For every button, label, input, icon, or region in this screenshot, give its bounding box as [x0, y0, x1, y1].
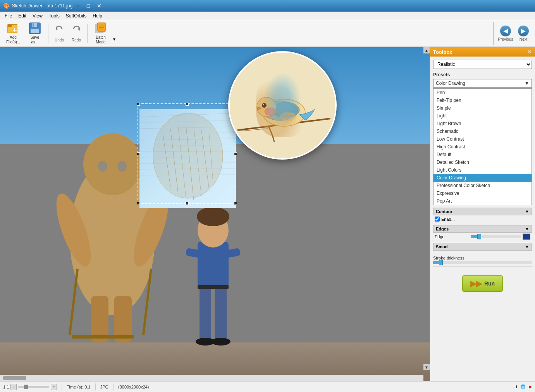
redo-button[interactable]: Redo — [69, 22, 84, 45]
style-dropdown[interactable]: Realistic — [433, 60, 532, 69]
save-button[interactable]: Saveas... — [25, 22, 45, 45]
svg-rect-26 — [72, 335, 134, 339]
smud-collapse-icon: ▼ — [525, 244, 529, 249]
preset-item-pen[interactable]: Pen — [434, 89, 532, 96]
toolbox-close-button[interactable]: ✕ — [527, 49, 532, 55]
menu-file[interactable]: File — [2, 12, 15, 19]
svg-marker-9 — [77, 28, 80, 31]
time-text: Time (s): 0.1 — [67, 385, 90, 389]
edge-slider-thumb[interactable] — [477, 234, 481, 239]
preset-item-professional[interactable]: Professional Color Sketch — [434, 182, 532, 189]
batch-mode-dropdown-arrow[interactable]: ▼ — [112, 22, 118, 45]
preset-item-felt-tip[interactable]: Felt-Tip pen — [434, 96, 532, 104]
smud-section-header[interactable]: Smud ▼ — [433, 243, 532, 251]
next-arrow-icon: ▶ — [518, 26, 529, 36]
window-controls: ─ □ ✕ — [72, 2, 104, 10]
canvas-scroll-up[interactable]: ▲ — [423, 47, 430, 53]
toolbox-header: Toolbox ✕ — [430, 47, 535, 57]
close-button[interactable]: ✕ — [94, 2, 104, 10]
preset-item-detailed[interactable]: Detailed Sketch — [434, 158, 532, 166]
preset-item-color-drawing[interactable]: Color Drawing — [434, 174, 532, 182]
menu-view[interactable]: View — [29, 12, 46, 19]
edge-param-row: Edge — [433, 233, 532, 241]
edge-slider-track[interactable] — [471, 235, 521, 238]
play-icon[interactable]: ▶ — [529, 384, 532, 389]
run-button-container: ▶▶ Run — [433, 272, 532, 296]
chevron-down-icon: ▼ — [112, 37, 116, 41]
toolbox-panel: Toolbox ✕ Realistic Presets Color Drawin… — [430, 47, 535, 381]
preset-item-light[interactable]: Light — [434, 112, 532, 120]
preview-magnifier — [228, 51, 337, 160]
run-label: Run — [484, 280, 495, 287]
menu-edit[interactable]: Edit — [15, 12, 29, 19]
batch-mode-button[interactable]: BatchMode — [91, 22, 111, 45]
svg-point-63 — [265, 108, 276, 115]
web-icon[interactable]: 🌐 — [520, 384, 526, 389]
add-files-button[interactable]: AddFile(s)... — [3, 22, 23, 45]
status-sep-1 — [62, 383, 62, 390]
svg-line-24 — [70, 269, 77, 335]
edges-section-header[interactable]: Edges ▼ — [433, 225, 532, 233]
preset-item-high-contrast[interactable]: High Contrast — [434, 143, 532, 151]
svg-marker-8 — [56, 28, 58, 31]
toolbox-content: Realistic Presets Color Drawing ▼ Pen Fe… — [430, 57, 535, 381]
format-display: JPG — [100, 385, 108, 389]
zoom-slider[interactable] — [18, 386, 49, 388]
undo-label: Undo — [55, 38, 64, 42]
stroke-slider[interactable] — [433, 261, 532, 264]
svg-point-29 — [197, 207, 229, 226]
next-label: Next — [520, 37, 528, 41]
spacer — [433, 268, 532, 272]
canvas-area[interactable]: ▲ ▼ — [0, 47, 430, 381]
enable-checkbox-row: Enab... — [433, 215, 532, 223]
preset-item-simple[interactable]: Simple — [434, 104, 532, 112]
contour-section-header[interactable]: Contour ▼ — [433, 208, 532, 215]
scrollbar-thumb[interactable] — [3, 376, 26, 380]
run-icon: ▶▶ — [470, 279, 482, 288]
minimize-button[interactable]: ─ — [72, 2, 83, 10]
sketch-preview-selection — [139, 109, 236, 208]
preset-item-light-brown[interactable]: Light Brown — [434, 120, 532, 127]
preset-item-light-colors[interactable]: Light Colors — [434, 166, 532, 174]
info-icon[interactable]: ℹ — [516, 384, 517, 389]
previous-button[interactable]: ◀ Previous — [497, 23, 514, 44]
preset-selected-text: Color Drawing — [436, 81, 465, 86]
run-button[interactable]: ▶▶ Run — [462, 275, 503, 292]
main-area: ▲ ▼ Toolbox ✕ Realistic Presets Color Dr… — [0, 47, 535, 381]
horizontal-scrollbar[interactable] — [0, 375, 423, 381]
previous-arrow-icon: ◀ — [500, 26, 511, 36]
status-icons: ℹ 🌐 ▶ — [516, 384, 532, 389]
preset-item-schematic[interactable]: Schematic — [434, 127, 532, 135]
preset-item-pop-art[interactable]: Pop Art — [434, 197, 532, 205]
menu-help[interactable]: Help — [89, 12, 105, 19]
edge-color-picker[interactable] — [523, 234, 530, 240]
enable-checkbox[interactable] — [435, 217, 440, 222]
undo-button[interactable]: Undo — [52, 22, 67, 45]
menu-softorbits[interactable]: SoftOrbits — [63, 12, 89, 19]
canvas-scroll-down[interactable]: ▼ — [423, 364, 430, 370]
svg-rect-7 — [31, 29, 39, 33]
smud-label: Smud — [436, 244, 448, 249]
svg-rect-56 — [230, 53, 337, 160]
preset-item-low-contrast[interactable]: Low Contrast — [434, 135, 532, 143]
svg-point-57 — [263, 99, 305, 126]
next-button[interactable]: ▶ Next — [515, 23, 532, 44]
svg-rect-6 — [33, 23, 34, 27]
menu-tools[interactable]: Tools — [46, 12, 63, 19]
zoom-slider-thumb[interactable] — [24, 385, 28, 389]
preset-item-expressive[interactable]: Expressive — [434, 189, 532, 197]
svg-point-58 — [263, 101, 298, 120]
dimensions-text: (3000x2000x24) — [118, 385, 149, 389]
zoom-out-button[interactable]: − — [10, 384, 17, 390]
svg-point-64 — [280, 112, 296, 121]
svg-point-59 — [272, 102, 299, 118]
person-figure — [178, 191, 248, 346]
preset-selected-display[interactable]: Color Drawing ▼ — [433, 79, 532, 88]
preset-item-default[interactable]: Default — [434, 151, 532, 158]
add-files-label: AddFile(s)... — [6, 35, 20, 45]
maximize-button[interactable]: □ — [83, 2, 93, 10]
stroke-slider-thumb[interactable] — [439, 260, 443, 265]
edge-label: Edge — [435, 234, 445, 239]
zoom-in-button[interactable]: + — [51, 384, 57, 390]
status-sep-3 — [113, 383, 114, 390]
